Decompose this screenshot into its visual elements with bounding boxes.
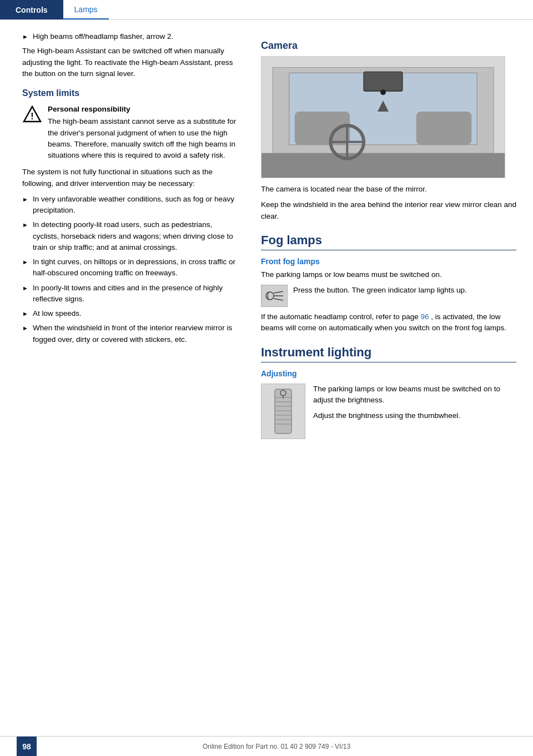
svg-line-15 — [274, 299, 283, 300]
para-system-not-fully: The system is not fully functional in si… — [22, 167, 239, 189]
bullet-item-6: ► When the windshield in front of the in… — [22, 322, 239, 345]
adjusting-heading: Adjusting — [261, 369, 516, 378]
thumbwheel-image — [261, 384, 305, 439]
warning-title: Personal responsibility — [48, 104, 239, 115]
main-content: ► High beams off/headlamp flasher, arrow… — [0, 20, 533, 450]
bullet-arrow-5: ► — [22, 309, 28, 319]
system-limits-heading: System limits — [22, 88, 239, 98]
svg-point-5 — [380, 89, 386, 95]
warning-icon: ! — [22, 105, 42, 125]
front-fog-para1: The parking lamps or low beams must be s… — [261, 269, 516, 280]
instrument-row: The parking lamps or low beams must be s… — [261, 384, 516, 439]
svg-point-12 — [266, 292, 274, 300]
page-number: 98 — [17, 737, 37, 757]
fog-lamp-svg — [264, 288, 284, 304]
thumbwheel-svg — [266, 386, 300, 436]
para-high-beam-assistant: The High-beam Assistant can be switched … — [22, 46, 239, 79]
nav-lamps[interactable]: Lamps — [63, 0, 109, 19]
bullet-item-5: ► At low speeds. — [22, 308, 239, 319]
bullet-text-3: In tight curves, on hilltops or in depre… — [33, 256, 239, 279]
svg-line-13 — [274, 291, 283, 293]
svg-rect-8 — [416, 112, 472, 145]
nav-controls[interactable]: Controls — [0, 0, 63, 19]
camera-image — [261, 56, 505, 178]
svg-rect-4 — [364, 72, 403, 91]
bullet-high-beams-text: High beams off/headlamp flasher, arrow 2… — [33, 31, 173, 42]
bullet-text-6: When the windshield in front of the inte… — [33, 322, 239, 345]
bullet-arrow-1: ► — [22, 195, 28, 216]
bullet-item-4: ► In poorly-lit towns and cities and in … — [22, 283, 239, 305]
fog-lamp-btn-text: Press the button. The green indicator la… — [293, 285, 467, 296]
bullet-text-5: At low speeds. — [33, 308, 82, 319]
bullet-item-2: ► In detecting poorly-lit road users, su… — [22, 219, 239, 253]
svg-rect-3 — [262, 153, 505, 178]
bullet-item-1: ► In very unfavorable weather conditions… — [22, 194, 239, 216]
svg-text:!: ! — [31, 112, 33, 121]
camera-desc2: Keep the windshield in the area behind t… — [261, 199, 516, 222]
bullet-high-beams: ► High beams off/headlamp flasher, arrow… — [22, 31, 239, 42]
bullet-arrow-icon: ► — [22, 32, 28, 42]
bullet-text-4: In poorly-lit towns and cities and in th… — [33, 283, 239, 305]
instrument-desc1: The parking lamps or low beams must be s… — [313, 384, 516, 406]
footer-text: Online Edition for Part no. 01 40 2 909 … — [203, 743, 350, 750]
instrument-desc-block: The parking lamps or low beams must be s… — [313, 384, 516, 426]
fog-lamps-heading: Fog lamps — [261, 233, 516, 250]
bullet-arrow-3: ► — [22, 258, 28, 279]
camera-heading: Camera — [261, 40, 516, 52]
left-column: ► High beams off/headlamp flasher, arrow… — [0, 31, 255, 439]
front-fog-para2: If the automatic headlamp control, refer… — [261, 311, 516, 334]
instrument-desc2: Adjust the brightness using the thumbwhe… — [313, 410, 516, 421]
svg-rect-7 — [295, 112, 350, 145]
warning-box: ! Personal responsibility The high-beam … — [22, 104, 239, 161]
footer: 98 Online Edition for Part no. 01 40 2 9… — [0, 736, 533, 756]
camera-desc1: The camera is located near the base of t… — [261, 184, 516, 195]
bullet-arrow-4: ► — [22, 284, 28, 305]
page-ref-link[interactable]: 96 — [420, 313, 429, 321]
bullet-text-2: In detecting poorly-lit road users, such… — [33, 219, 239, 253]
top-navigation: Controls Lamps — [0, 0, 533, 20]
car-interior-illustration — [262, 56, 505, 178]
fog-lamp-button-icon — [261, 285, 288, 307]
right-column: Camera — [255, 31, 533, 439]
front-fog-lamps-heading: Front fog lamps — [261, 257, 516, 266]
instrument-lighting-heading: Instrument lighting — [261, 345, 516, 362]
fog-lamp-button-row: Press the button. The green indicator la… — [261, 285, 516, 307]
warning-text: Personal responsibility The high-beam as… — [48, 104, 239, 161]
front-fog-para2-prefix: If the automatic headlamp control, refer… — [261, 313, 419, 321]
bullet-arrow-6: ► — [22, 324, 28, 345]
warning-body: The high-beam assistant cannot serve as … — [48, 117, 236, 159]
bullet-item-3: ► In tight curves, on hilltops or in dep… — [22, 256, 239, 279]
bullet-arrow-2: ► — [22, 220, 28, 253]
bullet-text-1: In very unfavorable weather conditions, … — [33, 194, 239, 216]
